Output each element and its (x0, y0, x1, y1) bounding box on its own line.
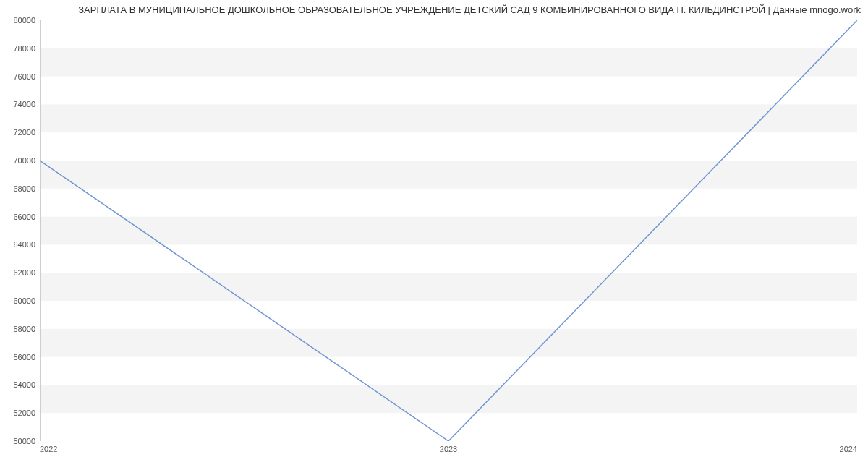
x-axis-tick-label: 2023 (440, 445, 457, 453)
y-axis-tick-label: 64000 (13, 240, 35, 249)
y-axis-tick-label: 70000 (13, 156, 35, 165)
y-axis-tick-label: 50000 (13, 437, 35, 445)
y-axis-tick-label: 56000 (13, 353, 35, 362)
y-axis-tick-label: 74000 (13, 100, 35, 108)
svg-rect-5 (40, 104, 857, 132)
y-axis-tick-label: 66000 (13, 213, 35, 221)
x-axis-tick-label: 2024 (840, 445, 857, 453)
y-axis-tick-label: 58000 (13, 325, 35, 333)
chart-plot-area: 5000052000540005600058000600006200064000… (40, 20, 857, 441)
svg-rect-3 (40, 217, 857, 245)
svg-rect-2 (40, 273, 857, 301)
svg-rect-0 (40, 385, 857, 413)
y-axis-tick-label: 72000 (13, 128, 35, 137)
chart-title: ЗАРПЛАТА В МУНИЦИПАЛЬНОЕ ДОШКОЛЬНОЕ ОБРА… (7, 4, 861, 15)
y-axis-tick-label: 52000 (13, 409, 35, 417)
y-axis-tick-label: 76000 (13, 72, 35, 81)
svg-rect-4 (40, 161, 857, 189)
chart-container: ЗАРПЛАТА В МУНИЦИПАЛЬНОЕ ДОШКОЛЬНОЕ ОБРА… (0, 0, 868, 470)
svg-rect-1 (40, 329, 857, 357)
y-axis-tick-label: 78000 (13, 44, 35, 53)
y-axis-tick-label: 60000 (13, 296, 35, 305)
x-axis-tick-label: 2022 (40, 445, 57, 453)
y-axis-tick-label: 68000 (13, 184, 35, 193)
y-axis-tick-label: 62000 (13, 268, 35, 277)
y-axis-tick-label: 80000 (13, 16, 35, 25)
y-axis-tick-label: 54000 (13, 380, 35, 389)
svg-rect-6 (40, 48, 857, 77)
